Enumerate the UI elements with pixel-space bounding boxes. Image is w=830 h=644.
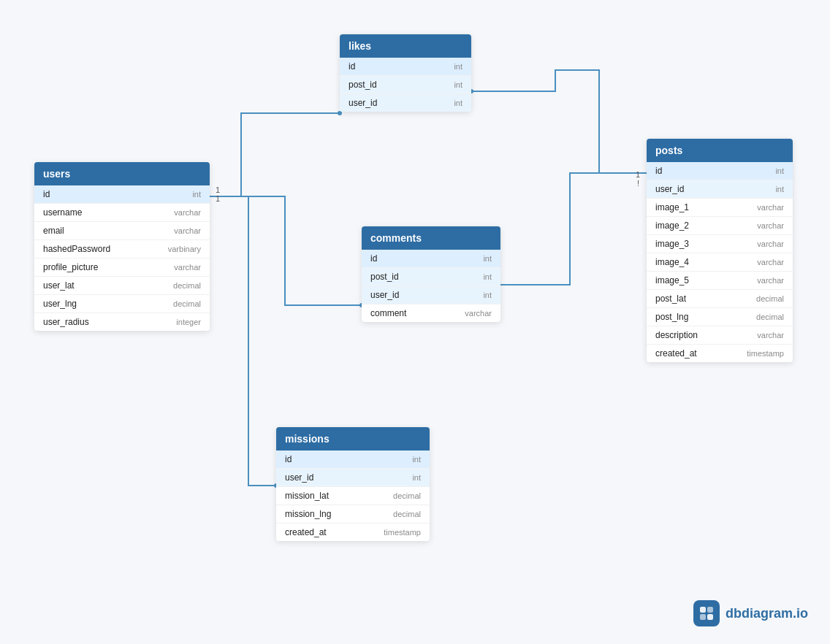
table-row: user_id int [647, 180, 793, 199]
table-row: post_lat decimal [647, 290, 793, 308]
svg-rect-9 [700, 607, 706, 613]
table-row: id int [362, 250, 500, 268]
svg-text:1: 1 [216, 194, 220, 203]
table-row: user_id int [340, 94, 471, 112]
table-posts-header: posts [647, 139, 793, 162]
table-row: id int [340, 58, 471, 76]
table-row: profile_picture varchar [34, 258, 210, 277]
table-row: image_2 varchar [647, 217, 793, 235]
svg-rect-11 [700, 614, 706, 620]
table-row: post_id int [362, 268, 500, 286]
table-row: image_3 varchar [647, 235, 793, 253]
table-row: id int [276, 451, 430, 469]
svg-rect-12 [707, 614, 713, 620]
table-row: post_id int [340, 76, 471, 94]
table-row: image_4 varchar [647, 253, 793, 272]
table-row: image_1 varchar [647, 199, 793, 217]
canvas: 1 1 1 ! users id int username varchar em… [0, 0, 830, 644]
table-row: user_lat decimal [34, 277, 210, 295]
table-row: id int [34, 185, 210, 204]
table-row: hashedPassword varbinary [34, 240, 210, 258]
table-likes-header: likes [340, 34, 471, 58]
table-row: mission_lat decimal [276, 487, 430, 505]
brand-name: dbdiagram.io [726, 606, 808, 621]
table-row: comment varchar [362, 304, 500, 322]
table-row: user_id int [276, 469, 430, 487]
table-posts: posts id int user_id int image_1 varchar… [647, 139, 793, 362]
table-row: description varchar [647, 326, 793, 345]
svg-text:1: 1 [216, 185, 220, 194]
svg-rect-10 [707, 607, 713, 613]
table-row: created_at timestamp [647, 345, 793, 362]
table-row: user_radius integer [34, 313, 210, 331]
table-row: user_lng decimal [34, 295, 210, 313]
table-row: user_id int [362, 286, 500, 304]
table-users: users id int username varchar email varc… [34, 162, 210, 331]
svg-text:!: ! [637, 179, 639, 188]
table-missions-header: missions [276, 427, 430, 451]
brand-logo[interactable]: dbdiagram.io [693, 600, 808, 626]
table-row: image_5 varchar [647, 272, 793, 290]
brand-icon [693, 600, 720, 626]
table-row: id int [647, 162, 793, 180]
table-row: created_at timestamp [276, 524, 430, 541]
table-comments: comments id int post_id int user_id int … [362, 226, 500, 322]
table-comments-header: comments [362, 226, 500, 250]
table-row: mission_lng decimal [276, 505, 430, 524]
table-likes: likes id int post_id int user_id int [340, 34, 471, 112]
table-row: username varchar [34, 204, 210, 222]
table-row: email varchar [34, 222, 210, 240]
table-missions: missions id int user_id int mission_lat … [276, 427, 430, 541]
svg-text:1: 1 [636, 170, 640, 179]
table-users-header: users [34, 162, 210, 185]
table-row: post_lng decimal [647, 308, 793, 326]
